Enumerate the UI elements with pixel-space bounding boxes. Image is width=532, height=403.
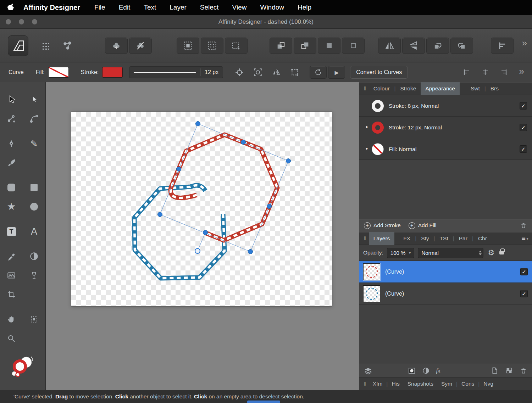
- appearance-row-stroke-8[interactable]: Stroke: 8 px, Normal ✓: [359, 95, 532, 117]
- boolean-divide-button[interactable]: [129, 38, 152, 54]
- artistic-text-tool[interactable]: A: [23, 222, 45, 241]
- menu-window[interactable]: Window: [260, 4, 284, 11]
- vector-crop-tool[interactable]: [0, 285, 23, 304]
- menu-layer[interactable]: Layer: [170, 4, 187, 11]
- transparency-tool[interactable]: [23, 266, 45, 285]
- ellipse-tool[interactable]: [23, 197, 45, 216]
- view-tool[interactable]: [0, 310, 23, 329]
- rounded-rectangle-tool[interactable]: [0, 178, 23, 197]
- appearance-visibility-checkbox[interactable]: ✓: [520, 102, 527, 110]
- curve-node[interactable]: [267, 204, 272, 209]
- tab-xfm[interactable]: Xfm: [369, 381, 387, 387]
- rectangle-tool[interactable]: [23, 178, 45, 197]
- opacity-dropdown[interactable]: 100 % ▾: [387, 248, 415, 258]
- pen-tool[interactable]: [0, 134, 23, 153]
- star-tool[interactable]: ★: [0, 197, 23, 216]
- tab-swt[interactable]: Swt: [466, 82, 484, 95]
- layers-stack-icon[interactable]: [364, 366, 372, 375]
- rotate-ccw-button[interactable]: [426, 38, 449, 54]
- tab-par[interactable]: Par: [454, 232, 472, 245]
- menu-text[interactable]: Text: [144, 4, 156, 11]
- curve-node[interactable]: [203, 230, 208, 235]
- corner-handle[interactable]: [286, 159, 291, 163]
- lock-icon[interactable]: [499, 251, 504, 254]
- fill-gradient-tool[interactable]: [23, 247, 45, 266]
- convert-to-curves-button[interactable]: Convert to Curves: [350, 66, 408, 79]
- tab-snapshots[interactable]: Snapshots: [404, 381, 437, 387]
- snapping-target-button[interactable]: [231, 66, 248, 79]
- stroke-width-value[interactable]: 12 px: [205, 69, 218, 75]
- appearance-row-stroke-12[interactable]: • Stroke: 12 px, Normal ✓: [359, 117, 532, 138]
- node-tool[interactable]: [23, 90, 45, 109]
- corner-handle[interactable]: [158, 212, 162, 217]
- layer-effects-icon[interactable]: fx: [436, 367, 440, 374]
- appearance-row-fill[interactable]: • Fill: Normal ✓: [359, 138, 532, 160]
- apple-menu-icon[interactable]: [6, 3, 16, 12]
- stroke-width-control[interactable]: 12 px: [129, 66, 223, 78]
- new-layer-icon[interactable]: [491, 367, 498, 374]
- close-window-button[interactable]: [6, 19, 11, 24]
- panel-grip[interactable]: ‖: [364, 86, 366, 91]
- align-left-button[interactable]: [458, 66, 475, 79]
- align-right-button[interactable]: [495, 66, 512, 79]
- alignment-button[interactable]: [491, 38, 514, 54]
- blend-mode-stepper[interactable]: [477, 248, 483, 258]
- layer-thumbnail[interactable]: [363, 285, 380, 302]
- context-overflow-chevron[interactable]: »: [519, 66, 523, 79]
- corner-tool[interactable]: [23, 109, 45, 128]
- tab-layers[interactable]: Layers: [369, 232, 395, 245]
- pencil-tool[interactable]: ✎: [23, 134, 45, 153]
- menu-edit[interactable]: Edit: [119, 4, 131, 11]
- tab-fx[interactable]: FX: [399, 232, 415, 245]
- appearance-visibility-checkbox[interactable]: ✓: [520, 124, 527, 131]
- frame-text-tool[interactable]: T: [0, 222, 23, 241]
- tab-chr[interactable]: Chr: [473, 232, 492, 245]
- checkerboard-icon[interactable]: [505, 367, 513, 374]
- layer-row-curve-red[interactable]: (Curve) ✓: [359, 261, 532, 283]
- preview-mode-button[interactable]: ▶: [328, 66, 345, 79]
- menu-view[interactable]: View: [232, 4, 247, 11]
- layer-name[interactable]: (Curve): [385, 269, 520, 275]
- title-bar[interactable]: Affinity Designer - dashed (100.0%): [0, 15, 532, 29]
- stroke-swatch[interactable]: [102, 67, 123, 78]
- layer-settings-gear-icon[interactable]: ⚙: [488, 248, 494, 257]
- layer-row-curve-blue[interactable]: (Curve) ✓: [359, 283, 532, 305]
- tab-tst[interactable]: TSt: [435, 232, 453, 245]
- tab-sty[interactable]: Sty: [416, 232, 433, 245]
- vector-marquee-button[interactable]: [225, 38, 248, 54]
- panel-grip[interactable]: ‖: [364, 381, 366, 387]
- move-tool[interactable]: [0, 90, 23, 109]
- zoom-window-button[interactable]: [32, 19, 37, 24]
- point-transform-tool[interactable]: [0, 109, 23, 128]
- tab-colour[interactable]: Colour: [369, 82, 394, 95]
- adjustment-layer-icon[interactable]: [422, 367, 430, 375]
- curve-node[interactable]: [177, 167, 181, 172]
- move-back-button[interactable]: [270, 38, 292, 54]
- corner-handle[interactable]: [196, 122, 200, 126]
- boolean-add-button[interactable]: [105, 38, 128, 54]
- node-link-button[interactable]: [60, 39, 74, 53]
- insert-outside-button[interactable]: [342, 38, 365, 54]
- marquee-grid-button[interactable]: [177, 38, 199, 54]
- align-center-button[interactable]: [477, 66, 494, 79]
- minimize-window-button[interactable]: [19, 19, 24, 24]
- place-image-tool[interactable]: [0, 266, 23, 285]
- move-front-button[interactable]: [294, 38, 316, 54]
- fill-swatch[interactable]: [48, 67, 69, 78]
- insert-inside-button[interactable]: [318, 38, 340, 54]
- app-menu-title[interactable]: Affinity Designer: [23, 4, 80, 12]
- flip-vertical-button[interactable]: [402, 38, 425, 54]
- delete-layer-trash-icon[interactable]: [520, 367, 527, 374]
- flip-horizontal-button[interactable]: [378, 38, 401, 54]
- panel-grip[interactable]: ‖: [364, 236, 366, 241]
- layer-thumbnail[interactable]: [363, 263, 380, 280]
- colour-picker-tool[interactable]: [0, 247, 23, 266]
- zoom-marquee-tool[interactable]: [23, 310, 45, 329]
- layer-name[interactable]: (Curve): [385, 291, 520, 297]
- appearance-visibility-checkbox[interactable]: ✓: [520, 145, 527, 153]
- marquee-dots-button[interactable]: [201, 38, 223, 54]
- rotate-cw-button[interactable]: [450, 38, 473, 54]
- layer-visibility-checkbox[interactable]: ✓: [520, 290, 528, 297]
- trash-icon[interactable]: [520, 222, 527, 229]
- tab-cons[interactable]: Cons: [458, 381, 478, 387]
